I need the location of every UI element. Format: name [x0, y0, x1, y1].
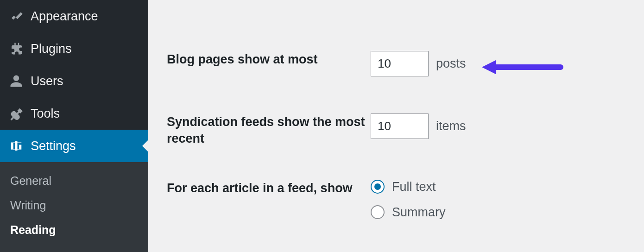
settings-submenu: General Writing Reading [0, 162, 148, 252]
field-feed-article: Full text Summary [371, 180, 446, 220]
feed-article-radio-group: Full text Summary [371, 180, 446, 220]
users-icon [8, 73, 24, 89]
blog-pages-input[interactable] [371, 51, 429, 76]
syndication-unit: items [436, 119, 466, 133]
sidebar-item-plugins[interactable]: Plugins [0, 32, 148, 65]
row-feed-article: For each article in a feed, show Full te… [167, 147, 625, 220]
radio-label: Summary [392, 205, 446, 220]
row-blog-pages: Blog pages show at most posts [167, 0, 625, 76]
field-blog-pages: posts [371, 51, 466, 76]
label-syndication: Syndication feeds show the most recent [167, 113, 371, 147]
submenu-item-general[interactable]: General [0, 169, 148, 193]
row-syndication: Syndication feeds show the most recent i… [167, 76, 625, 147]
field-syndication: items [371, 113, 466, 139]
appearance-icon [8, 8, 24, 24]
settings-reading-panel: Blog pages show at most posts Syndicatio… [148, 0, 644, 252]
settings-icon [8, 138, 24, 154]
tools-icon [8, 106, 24, 121]
label-feed-article: For each article in a feed, show [167, 180, 371, 196]
label-blog-pages: Blog pages show at most [167, 51, 371, 68]
sidebar-item-label: Plugins [31, 42, 72, 56]
radio-full-text[interactable]: Full text [371, 180, 446, 194]
radio-summary[interactable]: Summary [371, 205, 446, 220]
sidebar-item-label: Tools [31, 107, 60, 121]
sidebar-item-tools[interactable]: Tools [0, 97, 148, 130]
sidebar-item-label: Settings [31, 139, 76, 153]
sidebar-item-label: Users [31, 74, 63, 88]
submenu-item-reading[interactable]: Reading [0, 218, 148, 242]
blog-pages-unit: posts [436, 57, 466, 71]
sidebar-item-appearance[interactable]: Appearance [0, 0, 148, 32]
syndication-input[interactable] [371, 113, 429, 139]
radio-label: Full text [392, 180, 436, 194]
sidebar-item-users[interactable]: Users [0, 65, 148, 97]
sidebar-item-settings[interactable]: Settings [0, 130, 148, 162]
plugins-icon [8, 41, 24, 57]
submenu-item-writing[interactable]: Writing [0, 193, 148, 218]
sidebar-item-label: Appearance [31, 9, 98, 24]
admin-sidebar: Appearance Plugins Users Tools Settings … [0, 0, 148, 252]
radio-dot-icon [371, 180, 385, 194]
radio-dot-icon [371, 205, 385, 219]
